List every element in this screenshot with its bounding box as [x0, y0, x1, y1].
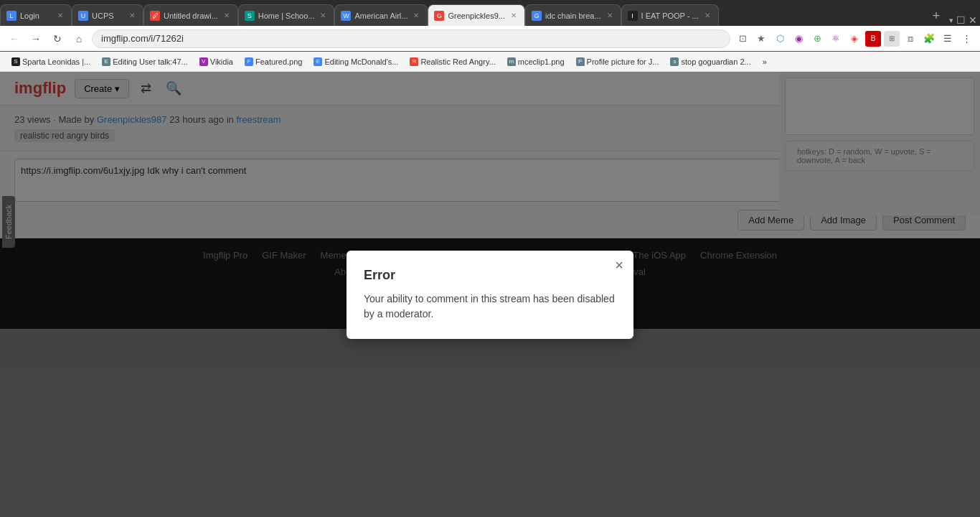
tab-title: idc chain brea...: [545, 11, 601, 20]
page-content: Feedback imgflip Create ▾ ⇄ 🔍 ✉ 0: [0, 72, 980, 517]
bookmarks-bar: SSparta Leonidas |...EEditing User talk:…: [0, 52, 980, 72]
tab-favicon: U: [78, 11, 88, 21]
extension6-icon[interactable]: ⊞: [884, 31, 900, 47]
bookmark-title: Sparta Leonidas |...: [22, 57, 90, 66]
address-icons: ⊡ ★ ⬡ ◉ ⊕ ⚛ ◈ B ⊞ ⧈ 🧩 ☰ ⋮: [735, 31, 974, 47]
bookmark-title: Realistic Red Angry...: [420, 57, 495, 66]
address-bar: ← → ↻ ⌂ ⊡ ★ ⬡ ◉ ⊕ ⚛ ◈ B ⊞ ⧈ 🧩 ☰ ⋮: [0, 26, 980, 52]
tab-close-button[interactable]: ✕: [318, 11, 328, 21]
tab-close-button[interactable]: ✕: [702, 11, 712, 21]
modal-overlay: × Error Your ability to comment in this …: [0, 72, 980, 517]
bookmark-6[interactable]: mmceclip1.png: [501, 55, 570, 68]
bookmark-star-icon[interactable]: ★: [753, 31, 769, 47]
tab-title: Home | Schoo...: [258, 11, 315, 20]
bookmark-9[interactable]: »: [757, 55, 773, 68]
back-button[interactable]: ←: [6, 30, 23, 47]
bookmark-favicon: R: [410, 57, 418, 66]
tab-favicon: S: [245, 11, 255, 21]
tab-favicon: G: [532, 11, 542, 21]
forward-button[interactable]: →: [27, 30, 44, 47]
extension2-icon[interactable]: ◉: [791, 31, 806, 47]
bookmark-favicon: P: [576, 57, 585, 66]
bookmark-favicon: V: [199, 57, 208, 66]
home-button[interactable]: ⌂: [70, 30, 88, 47]
tab-overflow[interactable]: ▾ ☐ ✕: [946, 14, 980, 26]
extension4-icon[interactable]: ◈: [847, 31, 862, 47]
bookmark-title: stop goguardian 2...: [681, 57, 750, 66]
tab-ucps[interactable]: U UCPS ✕: [72, 4, 143, 26]
tab-favicon: W: [341, 11, 351, 21]
address-input[interactable]: [92, 29, 730, 48]
puzzle-icon[interactable]: 🧩: [921, 31, 937, 47]
extension7-icon[interactable]: ⧈: [903, 31, 918, 47]
bookmark-3[interactable]: FFeatured.png: [239, 55, 308, 68]
bookmark-4[interactable]: EEditing McDonald's...: [308, 55, 404, 68]
bookmark-5[interactable]: RRealistic Red Angry...: [404, 55, 501, 68]
tab-close-button[interactable]: ✕: [509, 11, 519, 21]
tab-untitled[interactable]: 🖊 Untitled drawi... ✕: [143, 4, 238, 26]
extension3-icon[interactable]: ⊕: [809, 31, 825, 47]
bookmark-8[interactable]: sstop goguardian 2...: [664, 55, 756, 68]
tab-close-button[interactable]: ✕: [222, 11, 232, 21]
bookmark-7[interactable]: PProfile picture for J...: [570, 55, 665, 68]
bookmark-title: Editing User talk:47...: [113, 57, 188, 66]
bookmark-favicon: F: [245, 57, 253, 66]
refresh-button[interactable]: ↻: [49, 30, 66, 47]
profile-icon[interactable]: ☰: [940, 31, 956, 47]
bookmark-2[interactable]: VVikidia: [194, 55, 239, 68]
tab-title: I EAT POOP - ...: [641, 11, 699, 20]
screenshot-icon[interactable]: ⊡: [735, 31, 750, 47]
tab-favicon: L: [6, 11, 17, 21]
menu-icon[interactable]: ⋮: [958, 31, 974, 47]
tab-bar: L Login ✕ U UCPS ✕ 🖊 Untitled drawi... ✕…: [0, 0, 980, 26]
bookmark-1[interactable]: EEditing User talk:47...: [96, 55, 194, 68]
tab-favicon: G: [434, 11, 444, 21]
tab-idc-chain[interactable]: G idc chain brea... ✕: [525, 4, 621, 26]
tab-greenpickles[interactable]: G Greenpickles9... ✕: [428, 4, 524, 26]
extension5-icon[interactable]: B: [865, 31, 881, 47]
error-modal: × Error Your ability to comment in this …: [347, 251, 633, 339]
bookmark-more[interactable]: »: [763, 57, 767, 66]
bookmark-title: mceclip1.png: [518, 57, 565, 66]
tab-favicon: 🖊: [150, 11, 160, 21]
bookmark-0[interactable]: SSparta Leonidas |...: [6, 55, 96, 68]
tab-close-button[interactable]: ✕: [411, 11, 421, 21]
shield-icon[interactable]: ⚛: [828, 31, 844, 47]
bookmark-title: Profile picture for J...: [587, 57, 659, 66]
browser-window: L Login ✕ U UCPS ✕ 🖊 Untitled drawi... ✕…: [0, 0, 980, 517]
modal-title: Error: [364, 268, 616, 283]
bookmark-title: Vikidia: [210, 57, 233, 66]
tab-close-button[interactable]: ✕: [55, 11, 65, 21]
modal-body: Your ability to comment in this stream h…: [364, 292, 616, 322]
new-tab-button[interactable]: +: [926, 6, 946, 26]
bookmark-favicon: E: [314, 57, 322, 66]
bookmark-favicon: m: [507, 57, 516, 66]
bookmark-favicon: S: [11, 57, 20, 66]
tab-favicon: I: [628, 11, 638, 21]
bookmark-title: Editing McDonald's...: [324, 57, 398, 66]
tab-title: Greenpickles9...: [448, 11, 504, 20]
tab-close-button[interactable]: ✕: [127, 11, 137, 21]
tab-title: UCPS: [92, 11, 123, 20]
bookmark-title: Featured.png: [255, 57, 302, 66]
extension-icon[interactable]: ⬡: [772, 31, 788, 47]
bookmark-favicon: s: [670, 57, 679, 66]
tab-title: American Airl...: [354, 11, 407, 20]
tab-american[interactable]: W American Airl... ✕: [334, 4, 428, 26]
modal-close-button[interactable]: ×: [615, 258, 623, 272]
tab-home-school[interactable]: S Home | Schoo... ✕: [238, 4, 335, 26]
tab-title: Untitled drawi...: [164, 11, 218, 20]
bookmark-favicon: E: [102, 57, 110, 66]
tab-close-button[interactable]: ✕: [605, 11, 615, 21]
tab-login[interactable]: L Login ✕: [0, 4, 72, 26]
tab-title: Login: [20, 11, 52, 20]
tab-i-eat-poop[interactable]: I I EAT POOP - ... ✕: [621, 4, 719, 26]
